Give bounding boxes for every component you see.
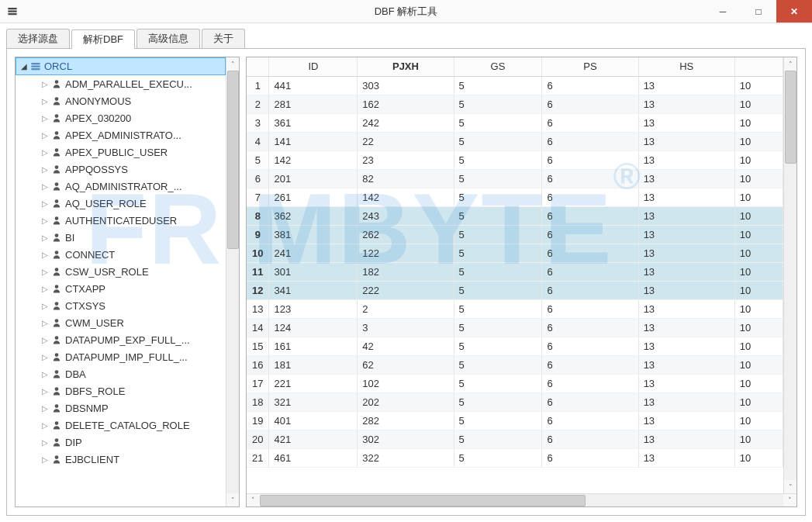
tree-item[interactable]: ▷CWM_USER <box>36 314 226 331</box>
expand-icon[interactable]: ▷ <box>40 353 50 361</box>
cell-hs[interactable]: 13 <box>638 244 734 262</box>
cell-gs[interactable]: 5 <box>454 281 542 299</box>
col-ps[interactable]: PS <box>542 57 638 76</box>
cell-extra[interactable]: 10 <box>734 95 783 113</box>
tree-item[interactable]: ▷CONNECT <box>36 246 226 263</box>
tree-scrollbar[interactable]: ˄ ˅ <box>226 57 239 506</box>
expand-icon[interactable]: ▷ <box>40 216 50 225</box>
cell-gs[interactable]: 5 <box>454 299 542 318</box>
cell-hs[interactable]: 13 <box>638 262 734 281</box>
cell-hs[interactable]: 13 <box>638 206 734 225</box>
cell-gs[interactable]: 5 <box>454 430 542 448</box>
cell-ps[interactable]: 6 <box>542 169 638 188</box>
cell-extra[interactable]: 10 <box>734 76 783 95</box>
cell-pjxh[interactable]: 303 <box>358 76 454 95</box>
cell-hs[interactable]: 13 <box>638 374 734 392</box>
cell-id[interactable]: 221 <box>269 374 358 392</box>
expand-icon[interactable]: ▷ <box>40 97 50 105</box>
cell-id[interactable]: 401 <box>269 411 358 430</box>
cell-hs[interactable]: 13 <box>638 132 734 150</box>
cell-extra[interactable]: 10 <box>734 318 783 337</box>
data-grid[interactable]: ID PJXH GS PS HS 14413035613102281162561… <box>247 57 783 468</box>
cell-gs[interactable]: 5 <box>454 95 542 113</box>
tab-advanced[interactable]: 高级信息 <box>136 29 200 48</box>
cell-gs[interactable]: 5 <box>454 188 542 206</box>
cell-extra[interactable]: 10 <box>734 374 783 392</box>
expand-icon[interactable]: ▷ <box>40 404 50 413</box>
cell-ps[interactable]: 6 <box>542 392 638 411</box>
cell-gs[interactable]: 5 <box>454 448 542 467</box>
grid-header-row[interactable]: ID PJXH GS PS HS <box>247 57 783 76</box>
cell-gs[interactable]: 5 <box>454 355 542 374</box>
table-row[interactable]: 9381262561310 <box>247 225 783 244</box>
cell-gs[interactable]: 5 <box>454 132 542 150</box>
tree-item[interactable]: ▷APEX_ADMINISTRATO... <box>36 126 226 143</box>
cell-id[interactable]: 142 <box>269 150 358 169</box>
cell-id[interactable]: 321 <box>269 392 358 411</box>
cell-extra[interactable]: 10 <box>734 188 783 206</box>
cell-pjxh[interactable]: 282 <box>358 411 454 430</box>
cell-extra[interactable]: 10 <box>734 132 783 150</box>
col-hs[interactable]: HS <box>638 57 734 76</box>
tree-item[interactable]: ▷DIP <box>36 434 226 451</box>
cell-hs[interactable]: 13 <box>638 448 734 467</box>
cell-ps[interactable]: 6 <box>542 430 638 448</box>
cell-extra[interactable]: 10 <box>734 392 783 411</box>
table-row[interactable]: 19401282561310 <box>247 411 783 430</box>
table-row[interactable]: 3361242561310 <box>247 113 783 132</box>
cell-pjxh[interactable]: 62 <box>358 355 454 374</box>
cell-ps[interactable]: 6 <box>542 244 638 262</box>
expand-icon[interactable]: ▷ <box>40 387 50 396</box>
table-row[interactable]: 1618162561310 <box>247 355 783 374</box>
tree-item[interactable]: ▷CTXSYS <box>36 297 226 314</box>
table-row[interactable]: 20421302561310 <box>247 430 783 448</box>
scroll-thumb[interactable] <box>260 495 586 506</box>
tree-item[interactable]: ▷EJBCLIENT <box>36 451 226 468</box>
cell-pjxh[interactable]: 242 <box>358 113 454 132</box>
expand-icon[interactable]: ▷ <box>40 370 50 379</box>
table-row[interactable]: 414122561310 <box>247 132 783 150</box>
col-extra[interactable] <box>734 57 783 76</box>
collapse-icon[interactable]: ◢ <box>19 62 29 71</box>
cell-pjxh[interactable]: 202 <box>358 392 454 411</box>
cell-ps[interactable]: 6 <box>542 150 638 169</box>
cell-ps[interactable]: 6 <box>542 299 638 318</box>
scroll-down-icon[interactable]: ˅ <box>226 493 239 506</box>
cell-gs[interactable]: 5 <box>454 374 542 392</box>
cell-hs[interactable]: 13 <box>638 76 734 95</box>
tree-item[interactable]: ▷DBA <box>36 365 226 382</box>
expand-icon[interactable]: ▷ <box>40 421 50 430</box>
scroll-thumb[interactable] <box>227 71 239 249</box>
scroll-right-icon[interactable]: ˃ <box>783 494 796 506</box>
cell-gs[interactable]: 5 <box>454 206 542 225</box>
tree-item[interactable]: ▷BI <box>36 229 226 246</box>
table-row[interactable]: 8362243561310 <box>247 206 783 225</box>
cell-pjxh[interactable]: 182 <box>358 262 454 281</box>
cell-id[interactable]: 421 <box>269 430 358 448</box>
table-row[interactable]: 620182561310 <box>247 169 783 188</box>
tree-item[interactable]: ▷DATAPUMP_EXP_FULL_... <box>36 331 226 348</box>
tree-root[interactable]: ◢ ORCL <box>16 57 226 75</box>
scroll-up-icon[interactable]: ˄ <box>226 57 239 71</box>
scroll-left-icon[interactable]: ˂ <box>247 494 260 506</box>
cell-hs[interactable]: 13 <box>638 430 734 448</box>
expand-icon[interactable]: ▷ <box>40 131 50 140</box>
cell-pjxh[interactable]: 162 <box>358 95 454 113</box>
table-row[interactable]: 17221102561310 <box>247 374 783 392</box>
grid-hscrollbar[interactable]: ˂ ˃ <box>247 493 796 506</box>
expand-icon[interactable]: ▷ <box>40 182 50 191</box>
scroll-up-icon[interactable]: ˄ <box>784 57 796 71</box>
cell-ps[interactable]: 6 <box>542 132 638 150</box>
tree-item[interactable]: ▷AQ_USER_ROLE <box>36 195 226 212</box>
minimize-button[interactable]: ─ <box>705 0 741 22</box>
cell-hs[interactable]: 13 <box>638 299 734 318</box>
cell-hs[interactable]: 13 <box>638 113 734 132</box>
table-row[interactable]: 1516142561310 <box>247 337 783 355</box>
cell-ps[interactable]: 6 <box>542 206 638 225</box>
close-button[interactable]: ✕ <box>776 0 812 22</box>
table-row[interactable]: 131232561310 <box>247 299 783 318</box>
cell-gs[interactable]: 5 <box>454 169 542 188</box>
tab-about[interactable]: 关于 <box>202 29 245 48</box>
cell-extra[interactable]: 10 <box>734 150 783 169</box>
tree-item[interactable]: ▷DATAPUMP_IMP_FULL_... <box>36 348 226 365</box>
